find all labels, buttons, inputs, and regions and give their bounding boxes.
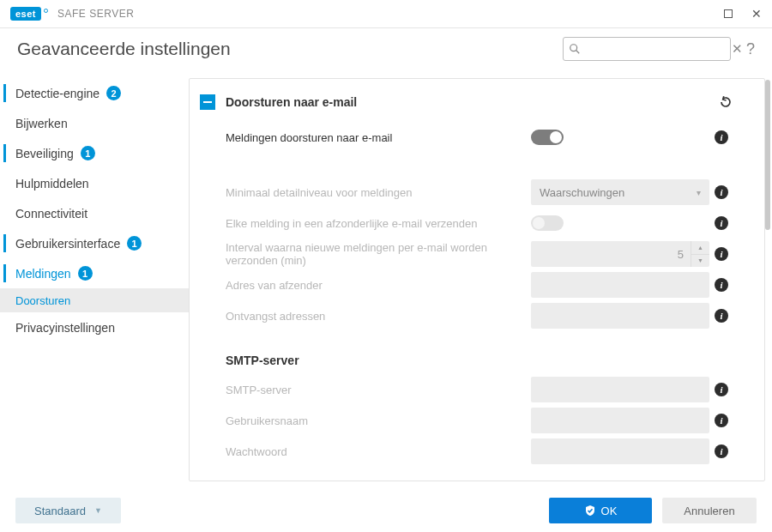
search-box[interactable]: ✕ [563, 37, 731, 61]
info-icon[interactable]: i [715, 309, 728, 323]
setting-label-separate-email: Elke melding in een afzonderlijke e-mail… [226, 217, 531, 230]
input-smtp-server[interactable] [531, 377, 709, 402]
setting-label-interval: Interval waarna nieuwe meldingen per e-m… [226, 241, 531, 267]
sidebar-item-update[interactable]: Bijwerken [0, 108, 189, 138]
info-icon[interactable]: i [715, 247, 728, 261]
minus-icon [203, 101, 212, 103]
sidebar-item-label: Hulpmiddelen [15, 177, 89, 190]
sidebar-item-notifications[interactable]: Meldingen 1 [0, 258, 189, 288]
sidebar-subitem-forwarding[interactable]: Doorsturen [0, 288, 189, 312]
toggle-separate-email[interactable] [531, 215, 564, 231]
search-input[interactable] [584, 43, 728, 56]
default-button-label: Standaard [34, 505, 86, 517]
select-value: Waarschuwingen [540, 186, 624, 199]
spinner-value: 5 [531, 248, 691, 261]
info-icon[interactable]: i [715, 414, 728, 427]
spinner-interval[interactable]: 5 ▲ ▼ [531, 241, 709, 267]
footer: Standaard ▼ OK Annuleren [0, 490, 772, 531]
spinner-up-button[interactable]: ▲ [691, 241, 709, 255]
sidebar-item-security[interactable]: Beveiliging 1 [0, 138, 189, 168]
info-icon[interactable]: i [715, 383, 728, 396]
info-icon[interactable]: i [715, 185, 728, 199]
sidebar-badge: 1 [78, 266, 93, 281]
sidebar-item-label: Gebruikersinterface [15, 237, 120, 251]
sidebar-subitem-label: Doorsturen [15, 294, 70, 307]
search-clear-button[interactable]: ✕ [732, 41, 743, 57]
sidebar-item-label: Detectie-engine [15, 87, 100, 100]
svg-line-1 [576, 51, 580, 54]
section-title: Doorsturen naar e-mail [226, 95, 708, 109]
sidebar: Detectie-engine 2 Bijwerken Beveiliging … [0, 70, 189, 490]
settings-panel: Doorsturen naar e-mail Meldingen doorstu… [189, 78, 765, 481]
scrollbar-thumb[interactable] [765, 80, 770, 230]
chevron-down-icon: ▼ [94, 506, 102, 515]
input-recipients[interactable] [531, 303, 709, 329]
setting-label-sender: Adres van afzender [226, 279, 531, 292]
setting-label-smtp-server: SMTP-server [226, 384, 531, 396]
info-icon[interactable]: i [715, 444, 728, 458]
toggle-forward-enable[interactable] [531, 130, 564, 145]
spinner-down-button[interactable]: ▼ [691, 255, 709, 268]
header: Geavanceerde instellingen ✕ ? [0, 28, 772, 70]
setting-label-min-verbosity: Minimaal detailniveau voor meldingen [226, 186, 531, 199]
maximize-icon [724, 9, 733, 18]
select-min-verbosity[interactable]: Waarschuwingen ▾ [531, 179, 709, 205]
sidebar-item-connectivity[interactable]: Connectiviteit [0, 198, 189, 228]
sidebar-item-label: Privacyinstellingen [15, 321, 115, 335]
setting-label-recipients: Ontvangst adressen [226, 310, 531, 323]
input-smtp-user[interactable] [531, 408, 709, 433]
titlebar: eset SAFE SERVER ✕ [0, 0, 772, 28]
section-collapse-button[interactable] [200, 94, 215, 110]
sidebar-item-label: Meldingen [15, 267, 71, 281]
sidebar-badge: 2 [106, 86, 121, 100]
input-sender[interactable] [531, 272, 709, 298]
sidebar-item-label: Beveiliging [15, 147, 74, 160]
help-button[interactable]: ? [746, 40, 755, 58]
setting-label-smtp-user: Gebruikersnaam [226, 414, 531, 427]
smtp-heading: SMTP-server [200, 354, 733, 367]
brand-logo: eset SAFE SERVER [10, 7, 134, 21]
setting-label-forward-enable: Meldingen doorsturen naar e-mail [226, 131, 531, 144]
eset-logo-box: eset [10, 7, 41, 21]
svg-point-0 [570, 45, 577, 51]
page-title: Geavanceerde instellingen [17, 39, 552, 59]
default-button[interactable]: Standaard ▼ [15, 498, 121, 523]
cancel-button-label: Annuleren [684, 505, 734, 517]
sidebar-item-tools[interactable]: Hulpmiddelen [0, 168, 189, 198]
sidebar-item-privacy[interactable]: Privacyinstellingen [0, 312, 189, 342]
sidebar-badge: 1 [127, 236, 142, 251]
search-icon [569, 43, 581, 55]
sidebar-item-ui[interactable]: Gebruikersinterface 1 [0, 228, 189, 258]
info-icon[interactable]: i [715, 130, 728, 144]
sidebar-badge: 1 [81, 146, 95, 160]
eset-logo-circle [44, 9, 48, 13]
ok-button[interactable]: OK [549, 498, 652, 523]
info-icon[interactable]: i [715, 278, 728, 292]
sidebar-item-detection-engine[interactable]: Detectie-engine 2 [0, 78, 189, 108]
product-name: SAFE SERVER [57, 8, 134, 20]
shield-icon [584, 505, 596, 517]
sidebar-item-label: Bijwerken [15, 117, 68, 130]
revert-button[interactable] [718, 94, 733, 110]
ok-button-label: OK [601, 505, 618, 517]
window-maximize-button[interactable] [724, 7, 733, 21]
setting-label-smtp-password: Wachtwoord [226, 445, 531, 458]
sidebar-item-label: Connectiviteit [15, 207, 87, 221]
cancel-button[interactable]: Annuleren [662, 498, 757, 523]
info-icon[interactable]: i [715, 216, 728, 230]
input-smtp-password[interactable] [531, 438, 709, 464]
chevron-down-icon: ▾ [697, 188, 701, 197]
window-close-button[interactable]: ✕ [751, 9, 762, 18]
